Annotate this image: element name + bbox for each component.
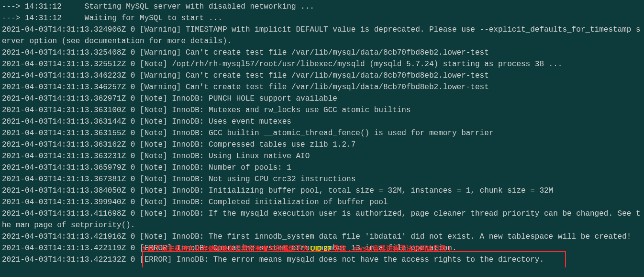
log-line-error: 2021-04-03T14:31:13.422119Z 0 [ERROR] In… [2, 242, 642, 254]
log-line: 2021-04-03T14:31:13.363162Z 0 [Note] Inn… [2, 139, 642, 150]
log-line: 2021-04-03T14:31:13.367381Z 0 [Note] Inn… [2, 173, 642, 185]
log-line: ---> 14:31:12 Waiting for MySQL to start… [2, 12, 642, 24]
log-line-error: 2021-04-03T14:31:13.422132Z 0 [ERROR] In… [2, 254, 642, 265]
terminal-output[interactable]: ---> 14:31:12 Starting MySQL server with… [0, 0, 644, 267]
log-line: 2021-04-03T14:31:13.363155Z 0 [Note] Inn… [2, 127, 642, 139]
log-line: 2021-04-03T14:31:13.363100Z 0 [Note] Inn… [2, 104, 642, 116]
log-line: ---> 14:31:12 Starting MySQL server with… [2, 1, 642, 12]
log-line: 2021-04-03T14:31:13.346257Z 0 [Warning] … [2, 81, 642, 93]
log-line: 2021-04-03T14:31:13.325512Z 0 [Note] /op… [2, 58, 642, 70]
log-line: 2021-04-03T14:31:13.346223Z 0 [Warning] … [2, 70, 642, 81]
log-line: 2021-04-03T14:31:13.325408Z 0 [Warning] … [2, 47, 642, 58]
log-line: 2021-04-03T14:31:13.362971Z 0 [Note] Inn… [2, 93, 642, 104]
log-line: 2021-04-03T14:31:13.324906Z 0 [Warning] … [2, 24, 642, 47]
log-line: 2021-04-03T14:31:13.363144Z 0 [Note] Inn… [2, 116, 642, 127]
log-line: 2021-04-03T14:31:13.384050Z 0 [Note] Inn… [2, 185, 642, 196]
log-line: 2021-04-03T14:31:13.411698Z 0 [Note] Inn… [2, 208, 642, 231]
log-line: 2021-04-03T14:31:13.365979Z 0 [Note] Inn… [2, 162, 642, 173]
log-line: 2021-04-03T14:31:13.399940Z 0 [Note] Inn… [2, 196, 642, 208]
log-line: 2021-04-03T14:31:13.363231Z 0 [Note] Inn… [2, 150, 642, 162]
log-line: 2021-04-03T14:31:13.421916Z 0 [Note] Inn… [2, 231, 642, 242]
